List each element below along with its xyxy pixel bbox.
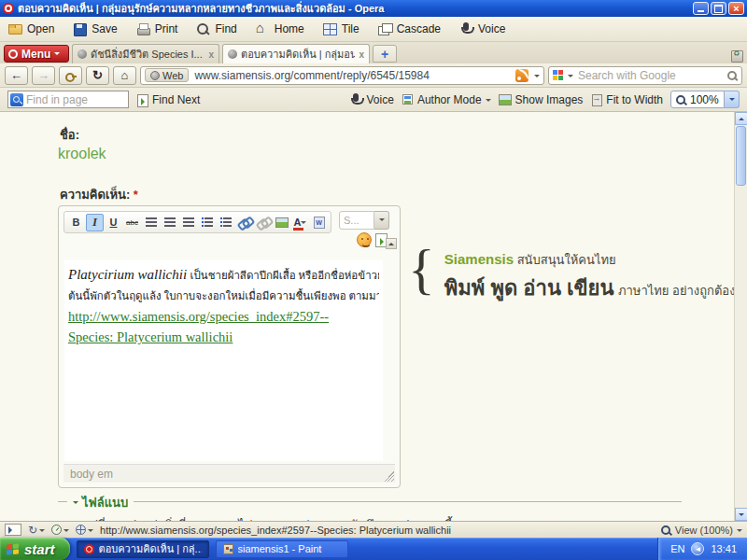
collapse-arrow-icon [73, 501, 78, 507]
close-button[interactable] [728, 2, 744, 15]
chevron-down-icon[interactable] [568, 75, 573, 80]
paste-from-word-button[interactable]: W [310, 214, 328, 231]
magnifier-icon [195, 21, 210, 36]
comment-field-label: ความคิดเห็น: * [60, 185, 138, 204]
open-button[interactable]: Open [7, 21, 54, 36]
page-viewport: ชื่อ: kroolek ความคิดเห็น: * B I U abc A… [0, 112, 747, 521]
attachments-fieldset-border [58, 501, 682, 502]
find-next-button[interactable]: Find Next [136, 93, 200, 106]
page-scrollbar[interactable] [734, 112, 747, 521]
new-tab-button[interactable]: + [373, 45, 397, 63]
tab-species-index[interactable]: ดัชนีสิ่งมีชีวิต Species I... x [72, 44, 219, 63]
voice-button[interactable]: Voice [458, 21, 505, 36]
print-button[interactable]: Print [135, 21, 178, 36]
url-text[interactable]: www.siamensis.org/comment/reply/6545/159… [194, 69, 510, 82]
panel-toggle-button[interactable] [5, 524, 21, 536]
clock: 13:41 [711, 543, 737, 554]
font-color-button[interactable]: A [291, 214, 309, 231]
zoom-icon [675, 94, 686, 105]
rss-icon[interactable] [515, 69, 529, 82]
numbered-list-icon [220, 217, 232, 227]
strikethrough-button[interactable]: abc [123, 214, 141, 231]
author-mode-icon [402, 93, 414, 105]
microphone-icon [458, 21, 473, 36]
underline-button[interactable]: U [105, 214, 122, 231]
rich-text-editor: B I U abc A W S... [58, 205, 401, 488]
italic-button[interactable]: I [86, 214, 104, 231]
sync-button[interactable]: ↻ [28, 525, 45, 536]
back-button[interactable]: ← [5, 66, 28, 85]
home-icon [255, 21, 270, 36]
network-button[interactable] [76, 525, 93, 535]
align-right-button[interactable] [179, 214, 197, 231]
reload-button[interactable]: ↻ [86, 66, 109, 85]
taskbar-item-opera[interactable]: ตอบความคิดเห็น | กลุ่... [77, 540, 209, 558]
search-input[interactable] [578, 69, 722, 82]
language-bar-icon[interactable]: ◄ [691, 542, 704, 555]
insert-link-button[interactable] [235, 214, 253, 231]
tab-favicon [78, 49, 87, 59]
opera-menu-button[interactable]: Menu [4, 45, 69, 63]
globe-icon [76, 525, 86, 535]
align-left-button[interactable] [142, 214, 160, 231]
find-button[interactable]: Find [195, 21, 236, 36]
closed-tabs-trash-icon[interactable] [729, 48, 743, 62]
numbered-list-button[interactable] [217, 214, 234, 231]
address-bar: ← → ↻ ⌂ Web www.siamensis.org/comment/re… [0, 63, 747, 88]
close-tab-icon[interactable]: x [208, 49, 214, 60]
tile-button[interactable]: Tile [322, 21, 359, 36]
format-select-caret[interactable] [374, 211, 389, 230]
editor-toolbar: B I U abc A W S... [63, 211, 395, 247]
bold-button[interactable]: B [67, 214, 85, 231]
forward-button[interactable]: → [32, 66, 55, 85]
restore-button[interactable] [711, 2, 726, 15]
species-link[interactable]: http://www.siamensis.org/species_index#2… [68, 306, 379, 347]
save-button[interactable]: Save [72, 21, 117, 36]
turbo-button[interactable] [51, 525, 69, 535]
scrollbar-thumb[interactable] [736, 126, 746, 186]
url-field[interactable]: Web www.siamensis.org/comment/reply/6545… [140, 66, 544, 85]
format-select[interactable]: S... [339, 211, 374, 230]
insert-image-button[interactable] [273, 214, 290, 231]
hovered-link-url: http://www.siamensis.org/species_index#2… [100, 525, 451, 536]
microphone-icon [348, 92, 363, 107]
image-icon [499, 94, 512, 105]
tab-comment-reply[interactable]: ตอบความคิดเห็น | กลุ่มอนุรัก... x [222, 44, 370, 63]
editor-scroll-up-button[interactable] [386, 238, 397, 249]
scroll-up-button[interactable] [735, 112, 747, 125]
minimize-button[interactable] [693, 2, 709, 15]
chevron-down-icon[interactable] [534, 75, 540, 80]
search-field[interactable] [548, 66, 742, 85]
resize-handle-icon[interactable] [384, 471, 394, 482]
find-in-page-field[interactable] [7, 91, 129, 108]
scroll-down-button[interactable] [735, 508, 747, 521]
start-button[interactable]: start [0, 538, 70, 560]
align-right-icon [183, 217, 194, 227]
attachments-legend[interactable]: ไฟล์แนบ [67, 493, 134, 512]
emoticon-button[interactable] [357, 232, 372, 247]
cascade-button[interactable]: Cascade [377, 21, 441, 36]
zoom-dropdown-button[interactable] [725, 91, 740, 108]
wand-password-button[interactable] [59, 66, 82, 85]
align-center-button[interactable] [161, 214, 178, 231]
language-indicator[interactable]: EN [670, 543, 684, 554]
zoom-control[interactable]: 100% [670, 91, 740, 108]
siamensis-branding: { Siamensis สนับสนุนให้คนไทย พิมพ์ พูด อ… [408, 245, 736, 304]
search-icon[interactable] [726, 70, 738, 81]
editor-content-area[interactable]: Platycirium wallichii เป็นชายผ้าสีดาปีกผ… [64, 260, 383, 461]
close-tab-icon[interactable]: x [359, 49, 364, 60]
home-nav-button[interactable]: ⌂ [113, 66, 136, 85]
bullet-list-icon [202, 217, 213, 227]
taskbar-item-paint[interactable]: siamensis1 - Paint [216, 540, 348, 558]
view-zoom-control[interactable]: View (100%) [660, 525, 742, 536]
find-input[interactable] [26, 93, 126, 106]
author-mode-button[interactable]: Author Mode [402, 93, 491, 106]
home-button[interactable]: Home [255, 21, 304, 36]
bullet-list-button[interactable] [198, 214, 216, 231]
fit-to-width-button[interactable]: Fit to Width [590, 93, 663, 106]
opera-icon [84, 544, 94, 554]
voice-button-2[interactable]: Voice [348, 92, 394, 107]
remove-link-button[interactable] [254, 214, 272, 231]
key-icon [64, 69, 78, 82]
show-images-button[interactable]: Show Images [499, 93, 584, 106]
